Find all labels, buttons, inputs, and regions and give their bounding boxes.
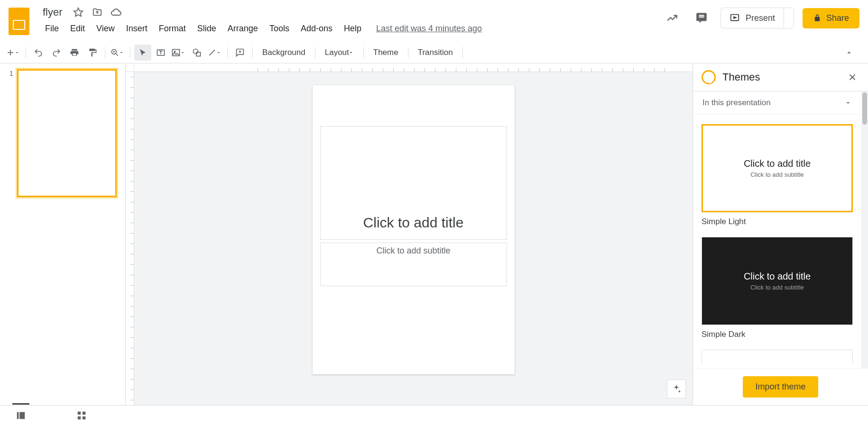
present-label: Present [746,13,775,23]
subtitle-placeholder-text: Click to add subtitle [376,246,450,256]
present-play-icon [729,13,740,23]
svg-marker-6 [16,52,18,54]
hide-menus-button[interactable] [840,45,858,61]
svg-rect-34 [83,416,85,419]
menu-insert[interactable]: Insert [121,22,153,36]
chevron-down-icon [844,99,852,107]
print-button[interactable] [66,45,83,61]
svg-marker-0 [74,8,82,16]
slide-thumbnail[interactable] [17,69,117,197]
comment-tool[interactable] [231,45,249,61]
menu-view[interactable]: View [91,22,120,36]
lock-icon [813,14,822,22]
menu-format[interactable]: Format [154,22,191,36]
zoom-button[interactable] [109,45,126,61]
menu-bar: File Edit View Insert Format Slide Arran… [40,21,662,36]
svg-rect-30 [19,412,25,419]
svg-marker-24 [350,52,352,54]
comments-icon[interactable] [691,8,712,28]
svg-point-16 [174,51,175,53]
menu-addons[interactable]: Add-ons [295,22,338,36]
menu-tools[interactable]: Tools [264,22,295,36]
svg-marker-25 [847,51,851,53]
vertical-ruler [126,72,134,405]
filmstrip-view-button[interactable] [14,409,28,422]
subtitle-placeholder-box[interactable]: Click to add subtitle [320,243,507,286]
svg-rect-33 [78,416,81,419]
panel-title: Themes [722,71,839,83]
themes-scrollbar[interactable] [861,91,868,368]
import-theme-button[interactable]: Import theme [743,376,818,398]
svg-marker-21 [218,52,220,54]
image-tool[interactable] [170,45,187,61]
shape-tool[interactable] [188,45,205,61]
share-button[interactable]: Share [803,8,859,28]
new-slide-button[interactable] [5,45,22,61]
theme-simple-light[interactable]: Click to add title Click to add subtitle [702,124,853,212]
svg-marker-2 [734,17,736,18]
title-placeholder-box[interactable]: Click to add title [320,126,507,240]
document-title[interactable]: flyer [40,5,65,19]
slide[interactable]: Click to add title Click to add subtitle [313,85,515,374]
svg-marker-11 [120,52,123,54]
menu-help[interactable]: Help [339,22,367,36]
bottom-bar [0,405,868,425]
cloud-saved-icon[interactable] [110,6,122,18]
paint-format-button[interactable] [84,45,101,61]
close-panel-button[interactable] [845,70,859,84]
slide-canvas[interactable]: Click to add title Click to add subtitle [134,72,693,405]
svg-rect-29 [17,412,19,419]
toolbar: Background Layout Theme Transition [0,42,868,63]
theme-simple-dark[interactable]: Click to add title Click to add subtitle [702,237,853,325]
theme-partial[interactable] [702,350,853,364]
transition-button[interactable]: Transition [412,45,459,60]
share-label: Share [826,13,849,23]
slide-number: 1 [5,69,13,197]
menu-file[interactable]: File [40,22,64,36]
present-button[interactable]: Present [721,13,784,23]
slides-app-icon[interactable] [9,8,29,35]
themes-scroll-thumb[interactable] [862,92,867,125]
svg-marker-17 [182,52,184,54]
svg-marker-28 [847,102,850,104]
svg-point-18 [194,49,198,54]
menu-arrange[interactable]: Arrange [222,22,263,36]
line-tool[interactable] [206,45,223,61]
undo-button[interactable] [30,45,47,61]
move-to-folder-icon[interactable] [91,6,103,18]
activity-icon[interactable] [662,8,683,28]
present-dropdown[interactable] [784,8,794,28]
in-this-presentation-toggle[interactable]: In this presentation [693,91,861,115]
themes-panel: Themes In this presentation Click to add… [693,63,868,405]
svg-rect-19 [196,52,200,56]
svg-rect-32 [83,411,85,414]
star-icon[interactable] [72,6,84,18]
svg-line-20 [209,50,215,55]
menu-slide[interactable]: Slide [192,22,222,36]
svg-rect-31 [78,411,81,414]
explore-button[interactable] [667,380,686,398]
menu-edit[interactable]: Edit [65,22,90,36]
theme-name: Simple Light [702,217,853,226]
background-button[interactable]: Background [257,45,311,60]
textbox-tool[interactable] [152,45,169,61]
last-edit-link[interactable]: Last edit was 4 minutes ago [376,24,482,34]
svg-line-8 [116,54,118,55]
palette-icon [702,70,716,84]
title-placeholder-text: Click to add title [363,215,464,231]
layout-button[interactable]: Layout [319,45,360,60]
filmstrip: 1 [0,63,125,405]
grid-view-button[interactable] [75,409,88,422]
select-tool[interactable] [134,45,151,61]
themes-list: Click to add title Click to add subtitle… [693,115,861,368]
theme-name: Simple Dark [702,330,853,339]
theme-button[interactable]: Theme [368,45,404,60]
redo-button[interactable] [48,45,65,61]
horizontal-ruler [126,63,693,72]
